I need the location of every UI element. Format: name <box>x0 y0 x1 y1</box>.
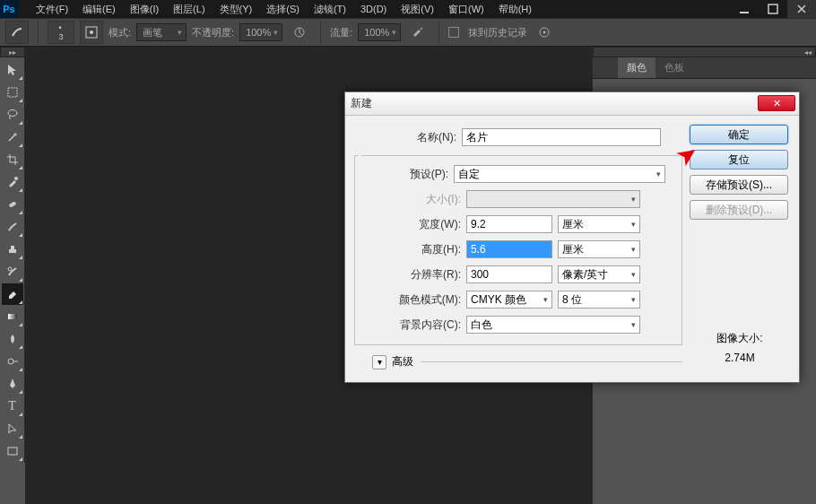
menu-window[interactable]: 窗口(W) <box>441 0 491 18</box>
eraser-tool[interactable] <box>2 283 23 305</box>
resolution-input[interactable] <box>466 265 552 283</box>
svg-point-3 <box>90 30 93 34</box>
airbrush-icon[interactable] <box>406 21 430 44</box>
path-select-tool[interactable] <box>2 418 23 439</box>
toolbox: T <box>0 57 25 463</box>
svg-rect-11 <box>8 201 16 207</box>
ok-button[interactable]: 确定 <box>690 125 788 144</box>
tab-color[interactable]: 颜色 <box>618 57 655 78</box>
resolution-unit-select[interactable]: 像素/英寸 <box>558 265 640 283</box>
color-mode-label: 颜色模式(M): <box>359 292 466 308</box>
pressure-size-icon[interactable] <box>533 21 556 44</box>
menu-filter[interactable]: 滤镜(T) <box>307 0 353 18</box>
menu-type[interactable]: 类型(Y) <box>213 0 260 18</box>
svg-rect-1 <box>768 4 777 13</box>
opacity-label: 不透明度: <box>192 26 234 39</box>
bit-depth-select[interactable]: 8 位 <box>558 291 640 308</box>
dialog-close-button[interactable]: ✕ <box>758 95 795 111</box>
healing-tool[interactable] <box>2 194 23 215</box>
app-logo: Ps <box>0 0 18 18</box>
preset-select[interactable]: 自定 <box>454 165 665 183</box>
move-tool[interactable] <box>2 59 23 81</box>
reset-button[interactable]: 复位 <box>690 150 788 169</box>
gradient-tool[interactable] <box>2 306 23 327</box>
svg-rect-13 <box>8 314 17 319</box>
height-input[interactable] <box>466 240 552 258</box>
history-checkbox[interactable] <box>448 27 459 38</box>
panel-collapse[interactable]: ◂◂ <box>593 47 816 57</box>
minimize-button[interactable] <box>730 0 759 18</box>
blur-tool[interactable] <box>2 328 23 350</box>
preset-label: 预设(P): <box>359 167 454 182</box>
flow-label: 流量: <box>330 26 352 39</box>
delete-preset-button: 删除预设(D)... <box>690 200 788 220</box>
marquee-tool[interactable] <box>2 82 23 103</box>
crop-tool[interactable] <box>2 149 23 170</box>
size-label: 大小(I): <box>359 192 466 207</box>
type-tool[interactable]: T <box>2 395 23 417</box>
image-size-value: 2.74M <box>690 349 790 369</box>
advanced-toggle[interactable]: ▾ <box>372 355 386 369</box>
wand-tool[interactable] <box>2 126 23 148</box>
tool-preset-icon[interactable] <box>5 21 29 44</box>
advanced-label: 高级 <box>392 354 413 369</box>
eyedropper-tool[interactable] <box>2 171 23 193</box>
title-bar: Ps 文件(F) 编辑(E) 图像(I) 图层(L) 类型(Y) 选择(S) 滤… <box>0 0 816 18</box>
width-input[interactable] <box>466 215 552 233</box>
menu-layer[interactable]: 图层(L) <box>166 0 212 18</box>
app-close-button[interactable] <box>787 0 816 18</box>
pressure-opacity-icon[interactable] <box>288 21 311 44</box>
brush-tool[interactable] <box>2 216 23 238</box>
menu-view[interactable]: 视图(V) <box>394 0 441 18</box>
brush-size-picker[interactable]: •3 <box>48 21 74 44</box>
svg-point-12 <box>8 267 12 271</box>
background-label: 背景内容(C): <box>359 317 466 333</box>
mode-label: 模式: <box>109 26 131 39</box>
brush-panel-toggle[interactable] <box>80 21 103 44</box>
color-mode-select[interactable]: CMYK 颜色 <box>466 291 552 308</box>
svg-point-5 <box>421 28 422 30</box>
stamp-tool[interactable] <box>2 239 23 260</box>
menu-3d[interactable]: 3D(D) <box>353 0 394 18</box>
height-unit-select[interactable]: 厘米 <box>558 240 640 258</box>
menu-file[interactable]: 文件(F) <box>29 0 75 18</box>
background-select[interactable]: 白色 <box>466 316 640 334</box>
history-label: 抹到历史记录 <box>468 26 527 39</box>
menu-select[interactable]: 选择(S) <box>259 0 307 18</box>
name-label: 名称(N): <box>354 130 462 145</box>
image-size-label: 图像大小: <box>690 329 790 349</box>
maximize-button[interactable] <box>759 0 787 18</box>
toolbox-handle[interactable]: ▸▸ <box>0 47 25 57</box>
mode-select[interactable]: 画笔 <box>136 23 187 41</box>
size-select <box>466 190 640 208</box>
svg-rect-8 <box>8 88 17 97</box>
height-label: 高度(H): <box>359 242 466 257</box>
new-document-dialog: 新建 ✕ 名称(N): . 预设(P): 自定 大小(I): 宽度(W): <box>344 91 800 383</box>
menu-image[interactable]: 图像(I) <box>123 0 166 18</box>
options-bar: •3 模式: 画笔 不透明度: 100% 流量: 100% 抹到历史记录 <box>0 18 816 47</box>
svg-point-7 <box>543 31 546 34</box>
lasso-tool[interactable] <box>2 104 23 126</box>
pen-tool[interactable] <box>2 373 23 395</box>
width-label: 宽度(W): <box>359 217 466 232</box>
save-preset-button[interactable]: 存储预设(S)... <box>690 175 788 195</box>
svg-rect-0 <box>740 12 749 13</box>
dodge-tool[interactable] <box>2 351 23 372</box>
flow-select[interactable]: 100% <box>358 23 401 41</box>
menu-help[interactable]: 帮助(H) <box>491 0 539 18</box>
svg-rect-15 <box>8 448 17 455</box>
shape-tool[interactable] <box>2 440 23 462</box>
resolution-label: 分辨率(R): <box>359 267 466 282</box>
name-input[interactable] <box>462 128 661 146</box>
opacity-select[interactable]: 100% <box>239 23 282 41</box>
width-unit-select[interactable]: 厘米 <box>558 215 640 233</box>
dialog-title: 新建 <box>345 92 799 116</box>
svg-point-14 <box>8 359 13 364</box>
svg-point-10 <box>14 177 18 180</box>
svg-point-9 <box>8 110 17 117</box>
history-brush-tool[interactable] <box>2 261 23 282</box>
menu-edit[interactable]: 编辑(E) <box>75 0 123 18</box>
tab-swatches[interactable]: 色板 <box>655 57 693 78</box>
